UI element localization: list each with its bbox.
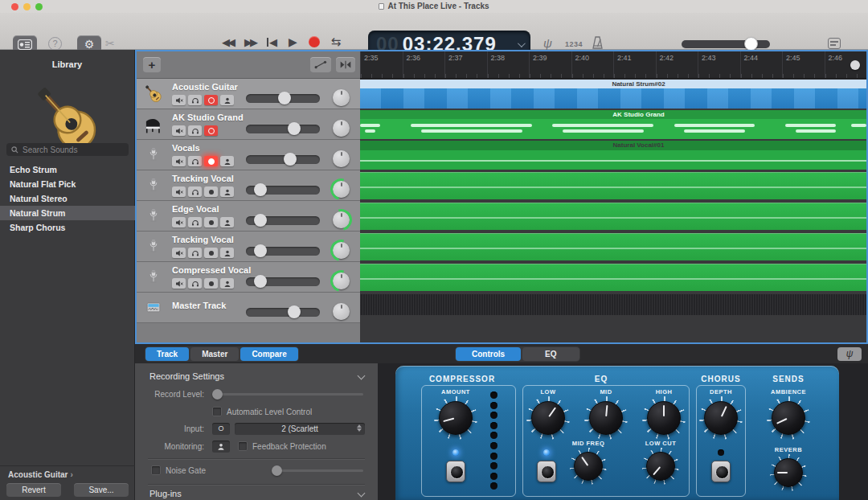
mute-button[interactable] (172, 278, 186, 289)
record-enable-button[interactable] (204, 186, 218, 197)
mute-button[interactable] (172, 156, 186, 166)
timeline-lane[interactable] (360, 293, 866, 323)
record-enable-button[interactable] (204, 156, 218, 166)
mute-button[interactable] (172, 248, 186, 258)
mute-button[interactable] (172, 95, 186, 105)
track-header-tracking-vocal[interactable]: Tracking Vocal (137, 170, 360, 201)
solo-button[interactable] (188, 156, 202, 166)
sound-patch-natural-strum[interactable]: Natural Strum (0, 206, 135, 220)
track-volume-slider[interactable] (246, 247, 320, 256)
noise-gate-slider[interactable] (272, 469, 363, 472)
record-enable-button[interactable] (204, 248, 218, 258)
lcd-chevron-down-icon[interactable] (518, 39, 526, 47)
input-source-select[interactable]: 2 (Scarlett (235, 423, 365, 435)
chorus-depth-knob[interactable]: DEPTH (699, 388, 743, 440)
compressor-amount-knob[interactable]: AMOUNT (434, 388, 477, 440)
solo-button[interactable] (188, 248, 202, 258)
pan-knob[interactable] (333, 181, 350, 198)
track-volume-slider[interactable] (246, 125, 320, 133)
editors-scissors-icon[interactable]: ✂ (105, 37, 115, 50)
track-header-acoustic-guitar[interactable]: Acoustic Guitar (137, 79, 360, 109)
track-volume-slider[interactable] (246, 94, 320, 103)
record-enable-button[interactable] (204, 125, 218, 136)
time-ruler[interactable]: 2:352:362:372:382:392:402:412:422:432:44… (360, 51, 866, 79)
plugins-header[interactable]: Plug-ins (149, 489, 182, 498)
record-enable-button[interactable] (204, 217, 218, 227)
input-button[interactable] (220, 156, 234, 166)
track-volume-knob[interactable] (254, 275, 267, 288)
pan-knob[interactable] (333, 273, 350, 289)
input-button[interactable] (220, 95, 234, 105)
timeline-lane[interactable]: AK Studio Grand (360, 109, 866, 140)
track-header-ak-studio-grand[interactable]: AK Studio Grand (137, 109, 360, 140)
region-audio-green[interactable] (360, 203, 866, 230)
go-to-beginning-button[interactable]: ◀ (267, 36, 277, 48)
rewind-button[interactable]: ◀◀ (222, 36, 233, 48)
timeline-lane[interactable]: Natural Strum#02 (360, 79, 866, 109)
solo-button[interactable] (188, 217, 202, 227)
pan-knob[interactable] (333, 242, 350, 259)
track-volume-knob[interactable] (288, 122, 301, 135)
ruler-tick[interactable]: 2:45 (782, 51, 825, 78)
noise-gate-knob[interactable] (272, 465, 282, 476)
mute-button[interactable] (172, 217, 186, 227)
ruler-tick[interactable]: 2:36 (403, 51, 445, 78)
pan-knob[interactable] (333, 120, 350, 137)
region-audio-green[interactable] (360, 264, 866, 291)
save-button[interactable]: Save... (74, 483, 129, 497)
timeline-lane[interactable]: Natural Vocal#01 (360, 140, 866, 170)
track-volume-slider[interactable] (246, 277, 320, 286)
ruler-tick[interactable]: 2:40 (571, 51, 614, 78)
add-track-button[interactable]: + (143, 57, 161, 72)
ruler-tick[interactable]: 2:37 (444, 51, 487, 78)
forward-button[interactable]: ▶▶ (244, 36, 256, 48)
input-mono-button[interactable]: O (212, 423, 230, 435)
revert-button[interactable]: Revert (6, 483, 61, 497)
ruler-tick[interactable]: 2:39 (529, 51, 571, 78)
region-audio-green[interactable] (360, 172, 866, 199)
mute-button[interactable] (172, 186, 186, 197)
play-button[interactable]: ▶ (289, 35, 297, 48)
ruler-scroll-knob[interactable] (850, 60, 860, 70)
input-button[interactable] (220, 248, 234, 258)
sound-patch-sharp-chorus[interactable]: Sharp Chorus (0, 220, 135, 235)
search-sounds-field[interactable]: Search Sounds (6, 143, 129, 156)
record-enable-button[interactable] (204, 95, 218, 105)
region-audio-green[interactable] (360, 233, 866, 260)
patch-breadcrumb[interactable]: Acoustic Guitar› (8, 470, 73, 479)
master-volume-slider[interactable] (682, 40, 770, 48)
pan-knob[interactable] (333, 211, 350, 228)
ruler-tick[interactable]: 2:35 (360, 51, 403, 78)
sound-patch-echo-strum[interactable]: Echo Strum (0, 162, 135, 177)
tab-compare[interactable]: Compare (240, 347, 297, 361)
ruler-tick[interactable]: 2:41 (613, 51, 656, 78)
timeline-lane[interactable] (360, 232, 866, 262)
solo-button[interactable] (188, 186, 202, 197)
timeline-lane[interactable] (360, 262, 866, 293)
tab-eq[interactable]: EQ (522, 347, 579, 361)
chevron-down-icon[interactable] (358, 490, 366, 498)
eq-mid-knob[interactable]: MID (584, 388, 628, 440)
track-header-master-track[interactable]: Master Track (137, 293, 360, 323)
timeline-lane[interactable] (360, 201, 866, 232)
catch-playhead-button[interactable] (336, 57, 355, 72)
track-volume-knob[interactable] (254, 214, 267, 227)
ruler-tick[interactable]: 2:43 (698, 51, 740, 78)
sends-ambience-knob[interactable]: AMBIENCE (767, 388, 810, 440)
quick-help-button[interactable]: ? (48, 37, 62, 51)
eq-high-knob[interactable]: HIGH (642, 388, 686, 440)
record-button[interactable] (309, 36, 320, 47)
ruler-tick[interactable]: 2:44 (740, 51, 783, 78)
solo-button[interactable] (188, 278, 202, 289)
track-volume-slider[interactable] (246, 308, 320, 317)
sends-reverb-knob[interactable]: REVERB (770, 446, 807, 491)
ruler-tick[interactable]: 2:46 (825, 51, 867, 78)
eq-low-knob[interactable]: LOW (526, 388, 570, 440)
tab-master[interactable]: Master (190, 347, 239, 361)
input-button[interactable] (220, 278, 234, 289)
cycle-button[interactable]: ⇆ (331, 35, 342, 49)
track-volume-knob[interactable] (288, 305, 301, 318)
ruler-tick[interactable]: 2:42 (656, 51, 698, 78)
noise-gate-checkbox[interactable] (151, 465, 161, 475)
monitoring-button[interactable] (212, 441, 230, 453)
